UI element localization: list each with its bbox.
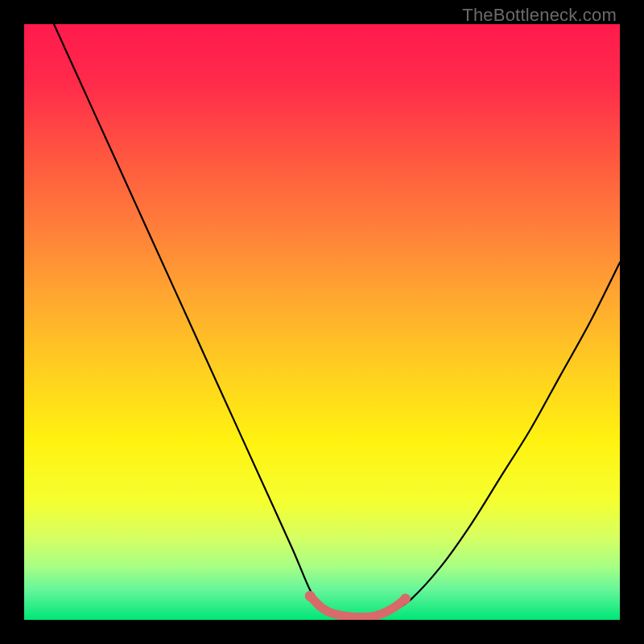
trough-endpoint-dot — [305, 591, 316, 601]
plot-area — [24, 24, 620, 620]
trough-highlight-line — [310, 596, 405, 617]
trough-endpoint-dot — [400, 594, 411, 605]
chart-curves — [24, 24, 620, 620]
main-curve-line — [54, 24, 620, 620]
watermark-text: TheBottleneck.com — [462, 5, 617, 26]
chart-frame: TheBottleneck.com — [0, 0, 644, 644]
